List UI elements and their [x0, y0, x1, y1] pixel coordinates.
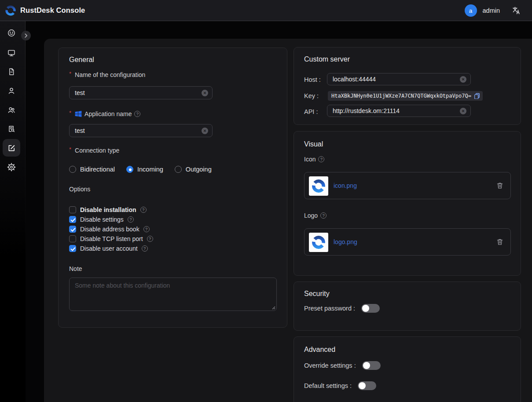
monitor-icon	[7, 48, 16, 57]
sidebar-item-dashboard[interactable]	[3, 24, 20, 42]
user-name[interactable]: admin	[483, 7, 500, 14]
rustdesk-logo-icon	[5, 5, 16, 16]
clear-icon[interactable]: ×	[460, 76, 466, 83]
override-settings-row: Override settings :	[304, 361, 381, 370]
icon-file-link[interactable]: icon.png	[334, 182, 357, 189]
checkbox-control[interactable]	[69, 216, 76, 223]
help-icon[interactable]: ?	[147, 236, 153, 242]
api-input[interactable]	[327, 107, 460, 114]
checkbox-control[interactable]	[69, 245, 76, 252]
trash-icon[interactable]	[496, 238, 503, 246]
trash-icon[interactable]	[496, 182, 503, 190]
help-icon[interactable]: ?	[128, 216, 134, 223]
custom-server-title: Custom server	[304, 55, 350, 63]
key-label: Key :	[304, 91, 319, 100]
preset-password-row: Preset password :	[304, 304, 380, 313]
user-avatar[interactable]: a	[465, 4, 477, 17]
sidebar-item-configurations[interactable]	[3, 139, 20, 157]
config-name-label: *Name of the configuration	[69, 70, 145, 79]
windows-icon	[75, 110, 82, 117]
default-settings-row: Default settings :	[304, 381, 376, 390]
radio-outgoing[interactable]: Outgoing	[175, 166, 212, 173]
gear-icon	[7, 163, 16, 172]
note-area-wrap	[69, 278, 277, 311]
checkbox-control[interactable]	[69, 226, 76, 233]
api-input-wrap: ×	[327, 105, 471, 117]
logo-upload-label: Logo ?	[304, 211, 327, 220]
sidebar-item-documents[interactable]	[3, 63, 20, 80]
help-icon[interactable]: ?	[143, 226, 150, 232]
security-title: Security	[304, 290, 330, 298]
required-marker: *	[69, 109, 71, 117]
radio-bidirectional[interactable]: Bidirectional	[69, 166, 115, 173]
help-icon[interactable]: ?	[142, 245, 148, 252]
visual-title: Visual	[304, 140, 323, 148]
advanced-title: Advanced	[304, 346, 335, 354]
sidebar-rail	[0, 21, 26, 402]
connection-type-group: Bidirectional Incoming Outgoing	[69, 166, 212, 173]
logo-file-link[interactable]: logo.png	[334, 238, 357, 245]
checkbox-control[interactable]	[69, 206, 76, 213]
option-disable-tcp-listen-port[interactable]: Disable TCP listen port ?	[69, 235, 153, 242]
logo-file-thumbnail	[309, 233, 328, 252]
note-label: Note	[69, 264, 82, 273]
option-disable-settings[interactable]: Disable settings ?	[69, 216, 134, 223]
clear-icon[interactable]: ×	[460, 108, 466, 114]
radio-control[interactable]	[126, 166, 133, 173]
visual-card: Visual Icon ?	[294, 131, 521, 276]
radio-control[interactable]	[69, 166, 76, 173]
clear-icon[interactable]: ×	[202, 128, 208, 134]
default-settings-label: Default settings :	[304, 382, 352, 389]
resize-handle-icon[interactable]	[271, 305, 275, 310]
custom-server-card: Custom server Host : × Key : HtaXBkJNHyn…	[294, 47, 521, 125]
icon-file-item: icon.png	[304, 172, 511, 199]
application-name-input[interactable]	[70, 127, 202, 134]
help-icon[interactable]: ?	[320, 212, 327, 219]
sidebar-item-users[interactable]	[3, 82, 20, 99]
rustdesk-console-app: RustDesk Console a admin	[0, 0, 532, 402]
override-settings-label: Override settings :	[304, 362, 356, 369]
host-input[interactable]	[327, 76, 460, 83]
api-label: API :	[304, 107, 318, 116]
security-card: Security Preset password :	[294, 281, 521, 331]
preset-password-label: Preset password :	[304, 305, 355, 312]
header-right: a admin	[465, 0, 521, 21]
sidebar-expand-button[interactable]	[21, 31, 31, 40]
sidebar-item-audit[interactable]	[3, 120, 20, 138]
option-disable-user-account[interactable]: Disable user account ?	[69, 245, 148, 252]
brand: RustDesk Console	[0, 5, 85, 16]
clear-icon[interactable]: ×	[202, 90, 208, 96]
smiley-icon	[7, 29, 16, 37]
chevron-right-icon	[23, 33, 29, 38]
document-icon	[7, 67, 16, 76]
app-title: RustDesk Console	[20, 6, 85, 15]
help-icon[interactable]: ?	[134, 111, 140, 117]
application-name-label: * Application name ?	[69, 110, 140, 118]
default-settings-toggle[interactable]	[358, 381, 376, 390]
radio-control[interactable]	[175, 166, 182, 173]
key-value-chip: HtaXBkJNHyn0e1U1jWXze7A7CN7QTGWqxkOtpaVp…	[328, 91, 483, 101]
option-disable-installation[interactable]: Disable installation ?	[69, 206, 147, 213]
options-label: Options	[69, 185, 90, 194]
sidebar-item-devices[interactable]	[3, 44, 20, 62]
override-settings-toggle[interactable]	[362, 361, 381, 370]
sidebar-item-settings[interactable]	[3, 158, 20, 176]
top-bar: RustDesk Console a admin	[0, 0, 532, 21]
option-disable-address-book[interactable]: Disable address book ?	[69, 226, 150, 233]
users-icon	[7, 106, 16, 114]
note-textarea[interactable]	[70, 278, 276, 311]
preset-password-toggle[interactable]	[361, 304, 380, 313]
sidebar-item-groups[interactable]	[3, 101, 20, 119]
help-icon[interactable]: ?	[318, 156, 324, 162]
edit-icon	[7, 143, 16, 153]
advanced-card: Advanced Override settings : Default set…	[294, 336, 521, 402]
config-name-input[interactable]	[70, 89, 202, 96]
audit-log-icon	[7, 124, 16, 133]
help-icon[interactable]: ?	[140, 207, 147, 213]
host-input-wrap: ×	[327, 73, 471, 85]
radio-incoming[interactable]: Incoming	[126, 166, 163, 173]
copy-icon[interactable]	[474, 93, 480, 99]
translate-icon[interactable]	[512, 6, 521, 15]
checkbox-control[interactable]	[69, 235, 76, 242]
general-card: General *Name of the configuration × *	[58, 48, 287, 328]
